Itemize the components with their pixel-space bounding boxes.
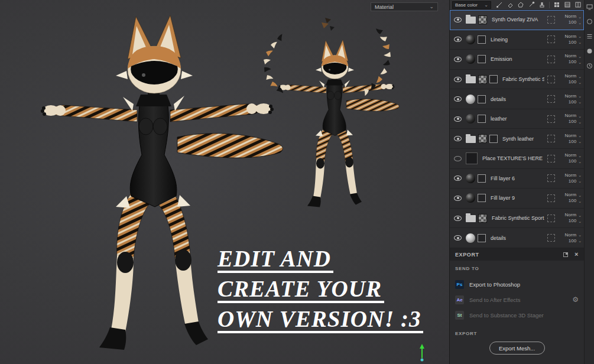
checker-thumbnail[interactable]	[478, 15, 487, 24]
export-mesh-button[interactable]: Export Mesh...	[489, 342, 545, 355]
layer-name[interactable]: Synth leather	[502, 136, 544, 142]
layer-name[interactable]: Emission	[491, 56, 544, 62]
opacity-dropdown[interactable]: 100⌄	[569, 20, 582, 25]
layer-name[interactable]: Fabric Synthetic Sport...	[492, 215, 544, 221]
stamp-icon[interactable]	[538, 1, 546, 8]
opacity-dropdown[interactable]: 100⌄	[569, 40, 582, 45]
send-to-item[interactable]: Ae Send to After Effects ⚙	[455, 292, 579, 307]
send-to-item[interactable]: St Send to Substance 3D Stager	[455, 307, 579, 323]
columns-view-icon[interactable]	[574, 1, 582, 8]
effects-slot[interactable]	[547, 76, 555, 83]
visibility-eye-icon[interactable]	[454, 196, 462, 201]
layer-name[interactable]: Lineing	[491, 37, 544, 43]
visibility-eye-icon[interactable]	[454, 156, 462, 161]
checker-thumbnail[interactable]	[478, 75, 487, 84]
list-view-icon[interactable]	[564, 1, 571, 8]
layer-row[interactable]: Place TEXTURE'S HERE Norm⌄ 100⌄	[450, 149, 584, 169]
polygon-fill-icon[interactable]	[517, 1, 524, 8]
mask-thumbnail[interactable]	[489, 75, 498, 83]
blend-mode-dropdown[interactable]: Norm⌄	[565, 233, 582, 238]
checker-thumbnail[interactable]	[478, 134, 487, 143]
blend-mode-dropdown[interactable]: Norm⌄	[565, 153, 582, 158]
blend-mode-dropdown[interactable]: Norm⌄	[565, 54, 582, 58]
effects-slot[interactable]	[547, 174, 555, 182]
opacity-dropdown[interactable]: 100⌄	[569, 219, 582, 223]
mask-thumbnail[interactable]	[478, 234, 486, 242]
opacity-dropdown[interactable]: 100⌄	[569, 159, 582, 164]
eyedropper-icon[interactable]	[528, 1, 535, 8]
mask-thumbnail[interactable]	[478, 95, 486, 103]
shader-sphere-icon[interactable]	[586, 48, 593, 54]
blend-mode-dropdown[interactable]: Norm⌄	[565, 213, 582, 217]
layer-name[interactable]: Fabric Synthetic S...	[502, 76, 544, 82]
effects-slot[interactable]	[547, 234, 555, 242]
eraser-icon[interactable]	[507, 1, 514, 8]
mask-thumbnail[interactable]	[478, 35, 486, 44]
blend-mode-dropdown[interactable]: Norm⌄	[565, 94, 582, 99]
effects-slot[interactable]	[547, 95, 555, 103]
visibility-eye-icon[interactable]	[454, 116, 462, 122]
layer-row[interactable]: Fill layer 9 Norm⌄ 100⌄	[450, 188, 584, 209]
effects-slot[interactable]	[547, 155, 555, 162]
layer-row[interactable]: Synth Overlay ZIVA Norm⌄ 100⌄	[450, 10, 584, 30]
sphere-black-thumbnail[interactable]	[466, 174, 475, 183]
opacity-dropdown[interactable]: 100⌄	[569, 239, 582, 243]
effects-slot[interactable]	[547, 56, 555, 63]
layer-row[interactable]: Synth leather Norm⌄ 100⌄	[450, 129, 584, 149]
settings-gear-icon[interactable]: ⚙	[572, 296, 579, 303]
mask-thumbnail[interactable]	[478, 115, 486, 123]
effects-slot[interactable]	[547, 135, 555, 142]
bigsquare-thumbnail[interactable]	[466, 152, 478, 164]
dock-panel-icon[interactable]	[563, 252, 568, 257]
sphere-black-thumbnail[interactable]	[466, 35, 475, 44]
sphere-gray-thumbnail[interactable]	[466, 95, 475, 104]
folder-thumbnail[interactable]	[466, 136, 476, 143]
checker-thumbnail[interactable]	[478, 214, 487, 223]
sphere-leather-thumbnail[interactable]	[466, 114, 475, 124]
visibility-eye-icon[interactable]	[454, 96, 462, 102]
layer-row[interactable]: Emission Norm⌄ 100⌄	[450, 50, 584, 70]
mask-thumbnail[interactable]	[489, 135, 498, 143]
opacity-dropdown[interactable]: 100⌄	[569, 199, 582, 203]
sphere-gray-thumbnail[interactable]	[466, 233, 475, 243]
display-settings-icon[interactable]	[586, 4, 593, 10]
layer-name[interactable]: details	[491, 96, 544, 102]
folder-thumbnail[interactable]	[466, 76, 476, 83]
layer-row[interactable]: Fabric Synthetic Sport... Norm⌄ 100⌄	[450, 209, 584, 229]
opacity-dropdown[interactable]: 100⌄	[569, 60, 582, 64]
opacity-dropdown[interactable]: 100⌄	[569, 139, 582, 144]
mask-thumbnail[interactable]	[478, 174, 486, 183]
layer-name[interactable]: Fill layer 9	[491, 195, 544, 201]
blend-mode-dropdown[interactable]: Norm⌄	[565, 14, 582, 19]
grid-view-icon[interactable]	[553, 1, 560, 8]
layers-list-icon[interactable]	[586, 33, 593, 40]
visibility-eye-icon[interactable]	[454, 37, 462, 42]
visibility-eye-icon[interactable]	[454, 136, 462, 141]
effects-slot[interactable]	[547, 16, 555, 24]
layer-row[interactable]: Fill layer 6 Norm⌄ 100⌄	[450, 169, 584, 189]
folder-thumbnail[interactable]	[466, 17, 476, 24]
brush-icon[interactable]	[496, 1, 503, 8]
blend-mode-dropdown[interactable]: Norm⌄	[565, 113, 582, 118]
effects-slot[interactable]	[547, 35, 555, 43]
mask-thumbnail[interactable]	[478, 55, 486, 63]
visibility-eye-icon[interactable]	[454, 216, 462, 221]
sphere-black-thumbnail[interactable]	[466, 54, 475, 64]
texture-set-icon[interactable]	[586, 18, 593, 25]
layer-name[interactable]: leather	[491, 116, 544, 122]
visibility-eye-icon[interactable]	[454, 235, 462, 240]
visibility-eye-icon[interactable]	[454, 57, 462, 62]
opacity-dropdown[interactable]: 100⌄	[569, 119, 582, 124]
layer-name[interactable]: Place TEXTURE'S HERE	[482, 155, 544, 161]
blend-mode-dropdown[interactable]: Norm⌄	[565, 74, 582, 79]
layer-row[interactable]: Fabric Synthetic S... Norm⌄ 100⌄	[450, 70, 584, 90]
blend-mode-dropdown[interactable]: Norm⌄	[565, 173, 582, 178]
effects-slot[interactable]	[547, 194, 555, 202]
visibility-eye-icon[interactable]	[454, 77, 462, 82]
send-to-item[interactable]: Ps Export to Photoshop	[455, 277, 579, 292]
folder-thumbnail[interactable]	[466, 215, 476, 222]
material-mode-dropdown[interactable]: Material ⌄	[371, 2, 438, 11]
blend-mode-dropdown[interactable]: Norm⌄	[565, 193, 582, 197]
layer-name[interactable]: Synth Overlay ZIVA	[492, 17, 544, 22]
blend-mode-dropdown[interactable]: Norm⌄	[565, 34, 582, 39]
